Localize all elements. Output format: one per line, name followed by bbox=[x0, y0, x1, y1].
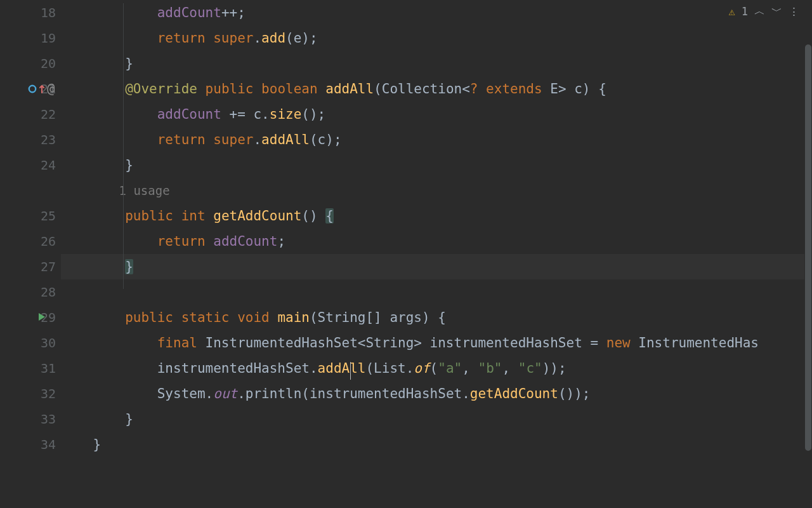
line-number[interactable]: 30 bbox=[41, 335, 56, 351]
override-icon[interactable] bbox=[28, 84, 45, 94]
code-line[interactable]: final InstrumentedHashSet<String> instru… bbox=[61, 330, 812, 356]
svg-point-0 bbox=[29, 86, 36, 92]
indent-guide bbox=[123, 3, 124, 289]
line-number[interactable]: 18 bbox=[41, 5, 56, 20]
more-icon[interactable]: ⋮ bbox=[789, 5, 799, 18]
code-line[interactable]: return super.add(e); bbox=[61, 25, 812, 51]
line-number[interactable]: 31 bbox=[41, 361, 56, 376]
chevron-down-icon[interactable]: ﹀ bbox=[771, 4, 782, 18]
gutter: 18192021@22232425262728293031323334 bbox=[0, 0, 61, 508]
code-line[interactable]: public int getAddCount() { bbox=[61, 203, 812, 229]
scrollbar[interactable] bbox=[804, 0, 812, 508]
chevron-up-icon[interactable]: ︿ bbox=[754, 4, 765, 18]
line-number[interactable]: 28 bbox=[41, 284, 56, 300]
code-line[interactable]: } bbox=[61, 432, 812, 457]
line-number[interactable]: 33 bbox=[41, 411, 56, 427]
code-line[interactable]: System.out.println(instrumentedHashSet.g… bbox=[61, 381, 812, 406]
code-line[interactable]: addCount++; bbox=[61, 0, 812, 25]
line-number[interactable]: 22 bbox=[41, 107, 56, 122]
code-line[interactable]: } bbox=[61, 406, 812, 432]
line-number[interactable]: 25 bbox=[41, 208, 56, 224]
code-line[interactable]: @Override public boolean addAll(Collecti… bbox=[61, 76, 812, 102]
line-number[interactable]: 27 bbox=[41, 259, 56, 274]
scroll-thumb[interactable] bbox=[805, 44, 811, 451]
line-number[interactable]: 34 bbox=[41, 437, 56, 452]
code-line[interactable]: addCount += c.size(); bbox=[61, 102, 812, 127]
usage-hint[interactable]: 1 usage bbox=[61, 184, 170, 197]
warning-icon: ⚠ bbox=[729, 5, 735, 18]
code-editor[interactable]: 18192021@22232425262728293031323334 addC… bbox=[0, 0, 812, 508]
code-line[interactable]: return super.addAll(c); bbox=[61, 127, 812, 152]
warning-count: 1 bbox=[742, 5, 748, 18]
inspection-status: ⚠ 1 ︿ ﹀ ⋮ bbox=[729, 4, 800, 18]
code-line[interactable]: public static void main(String[] args) { bbox=[61, 305, 812, 330]
line-number[interactable]: 23 bbox=[41, 132, 56, 147]
line-number[interactable]: 19 bbox=[41, 30, 56, 46]
line-number[interactable]: 32 bbox=[41, 386, 56, 401]
code-area[interactable]: addCount++; return super.add(e); } @Over… bbox=[61, 0, 812, 508]
code-line[interactable] bbox=[61, 279, 812, 305]
annotation-marker: @ bbox=[47, 81, 55, 97]
line-number[interactable]: 20 bbox=[41, 56, 56, 71]
line-number[interactable]: 24 bbox=[41, 157, 56, 173]
run-icon[interactable] bbox=[37, 310, 47, 325]
code-line[interactable]: return addCount; bbox=[61, 229, 812, 254]
code-line[interactable]: instrumentedHashSet.addAll(List.of("a", … bbox=[61, 356, 812, 381]
line-number[interactable]: 26 bbox=[41, 234, 56, 249]
code-line[interactable]: } bbox=[61, 152, 812, 178]
text-caret bbox=[350, 362, 351, 380]
code-line[interactable]: } bbox=[61, 254, 812, 279]
code-line[interactable]: } bbox=[61, 51, 812, 76]
